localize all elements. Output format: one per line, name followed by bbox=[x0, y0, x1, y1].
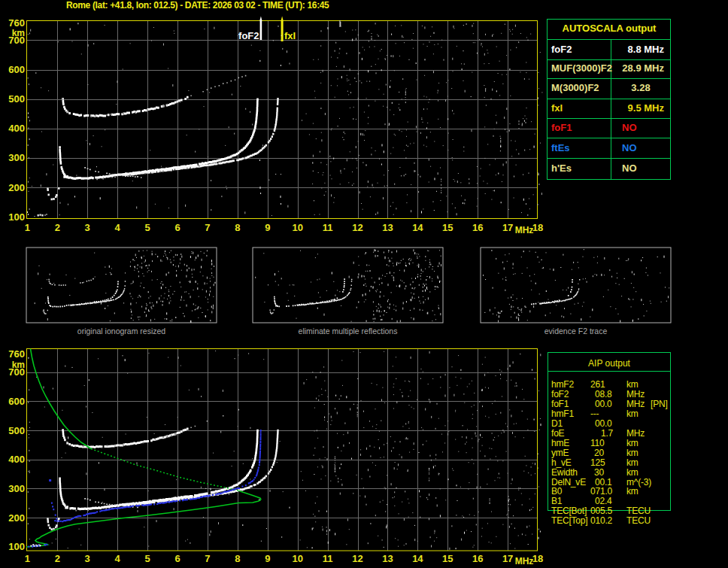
svg-text:7: 7 bbox=[205, 553, 210, 564]
svg-text:2: 2 bbox=[55, 553, 60, 564]
svg-text:6: 6 bbox=[174, 553, 180, 564]
svg-text:14: 14 bbox=[412, 553, 423, 564]
svg-text:15: 15 bbox=[442, 553, 453, 564]
svg-text:9: 9 bbox=[265, 222, 270, 233]
svg-text:MHz: MHz bbox=[515, 225, 534, 235]
svg-text:7: 7 bbox=[205, 222, 210, 233]
svg-text:14: 14 bbox=[412, 222, 423, 233]
svg-text:11: 11 bbox=[323, 222, 333, 233]
svg-text:17: 17 bbox=[502, 553, 513, 564]
svg-text:6: 6 bbox=[174, 222, 180, 233]
svg-text:4: 4 bbox=[115, 553, 121, 564]
svg-text:500: 500 bbox=[8, 93, 25, 105]
svg-text:MHz: MHz bbox=[515, 556, 534, 566]
svg-text:18: 18 bbox=[532, 222, 543, 233]
svg-text:5: 5 bbox=[144, 222, 150, 233]
svg-text:760: 760 bbox=[8, 17, 25, 29]
svg-text:200: 200 bbox=[8, 182, 25, 193]
svg-text:9: 9 bbox=[265, 553, 270, 564]
svg-text:4: 4 bbox=[115, 222, 121, 233]
svg-text:8: 8 bbox=[235, 222, 240, 233]
svg-text:16: 16 bbox=[472, 222, 483, 233]
svg-text:10: 10 bbox=[292, 222, 302, 233]
svg-text:600: 600 bbox=[8, 396, 25, 407]
svg-text:12: 12 bbox=[352, 222, 362, 233]
svg-text:100: 100 bbox=[8, 211, 25, 223]
svg-text:100: 100 bbox=[8, 541, 25, 552]
svg-text:10: 10 bbox=[292, 553, 302, 564]
svg-text:17: 17 bbox=[502, 222, 513, 233]
svg-text:5: 5 bbox=[144, 553, 150, 564]
svg-text:600: 600 bbox=[8, 64, 25, 75]
svg-text:2: 2 bbox=[55, 222, 60, 233]
svg-text:1: 1 bbox=[25, 222, 30, 233]
svg-text:1: 1 bbox=[25, 553, 30, 564]
svg-text:16: 16 bbox=[472, 553, 483, 564]
svg-text:500: 500 bbox=[8, 425, 25, 436]
svg-text:200: 200 bbox=[8, 512, 25, 524]
svg-text:400: 400 bbox=[8, 123, 25, 134]
svg-text:3: 3 bbox=[85, 553, 90, 564]
svg-text:foF2: foF2 bbox=[238, 30, 259, 41]
svg-text:15: 15 bbox=[442, 222, 453, 233]
svg-text:8: 8 bbox=[235, 553, 240, 564]
svg-text:300: 300 bbox=[8, 483, 25, 494]
svg-text:300: 300 bbox=[8, 152, 25, 163]
svg-text:13: 13 bbox=[382, 222, 393, 233]
svg-text:11: 11 bbox=[323, 553, 333, 564]
svg-text:760: 760 bbox=[8, 348, 25, 360]
svg-text:km: km bbox=[12, 28, 25, 38]
svg-text:18: 18 bbox=[532, 553, 543, 564]
svg-text:3: 3 bbox=[85, 222, 90, 233]
svg-text:fxI: fxI bbox=[284, 30, 296, 41]
svg-text:13: 13 bbox=[382, 553, 393, 564]
svg-text:km: km bbox=[12, 360, 25, 370]
svg-text:12: 12 bbox=[352, 553, 362, 564]
svg-text:400: 400 bbox=[8, 454, 25, 465]
